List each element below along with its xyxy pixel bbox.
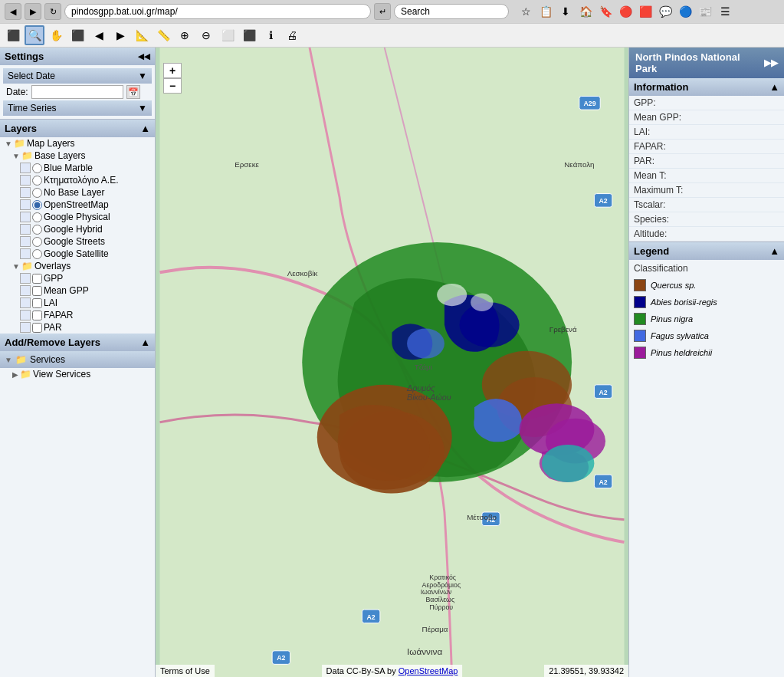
bookmark-star-icon[interactable]: ☆ — [518, 4, 533, 19]
addon-icon3[interactable]: 💬 — [658, 4, 673, 19]
legend-label-pinus-heldreichii: Pinus heldreichii — [651, 348, 712, 357]
checkbox-par[interactable] — [32, 323, 42, 333]
addon-icon4[interactable]: 🔵 — [677, 4, 693, 19]
view-services-item[interactable]: ▶ 📁 View Services — [0, 368, 155, 380]
back-button[interactable]: ◀ — [5, 3, 21, 20]
tool-zoom-extent[interactable]: ⬜ — [218, 25, 238, 45]
info-arrow[interactable]: ▲ — [769, 81, 779, 93]
reload-button[interactable]: ↻ — [44, 3, 61, 20]
layers-arrow[interactable]: ▲ — [140, 123, 150, 134]
menu-icon[interactable]: ☰ — [717, 4, 733, 19]
bookmark-icon[interactable]: 🔖 — [598, 4, 613, 19]
checkbox-fapar[interactable] — [32, 311, 42, 320]
tool-pan[interactable]: ✋ — [46, 25, 66, 45]
tool-info[interactable]: ℹ — [261, 25, 280, 45]
zoom-out-button[interactable]: − — [163, 78, 182, 94]
svg-text:Αεροδρόμιος: Αεροδρόμιος — [422, 581, 461, 589]
layers-scroll[interactable]: ▼ 📁 Map Layers ▼ 📁 Base Layers Blue Marb… — [0, 137, 155, 334]
legend-header[interactable]: Legend ▲ — [629, 242, 784, 260]
addon-icon5[interactable]: 📰 — [697, 4, 713, 19]
tool-identify[interactable]: ⬛ — [67, 25, 87, 45]
terms-link[interactable]: Terms of Use — [156, 665, 215, 677]
info-row-mean-gpp: Mean GPP: — [629, 110, 784, 125]
layer-lai-label: LAI — [44, 297, 57, 308]
select-date-bar[interactable]: Select Date ▼ — [3, 68, 152, 84]
layer-google-satellite[interactable]: Google Satellite — [0, 248, 155, 260]
tool-forward[interactable]: ▶ — [110, 25, 130, 45]
date-picker-button[interactable]: 📅 — [126, 85, 140, 99]
info-row-gpp: GPP: — [629, 96, 784, 110]
tool-navigate[interactable]: ⬛ — [3, 25, 23, 45]
date-input[interactable] — [31, 85, 123, 99]
addon-icon1[interactable]: 🔴 — [618, 4, 633, 19]
services-expand[interactable]: ▼ — [5, 356, 12, 364]
addon-icon2[interactable]: 🟥 — [638, 4, 653, 19]
tool-zoom-box[interactable]: 🔍 — [25, 25, 44, 45]
layer-ktima[interactable]: Κτηματολόγιο Α.Ε. — [0, 174, 155, 186]
radio-google-satellite[interactable] — [32, 249, 42, 259]
radio-google-physical[interactable] — [32, 212, 42, 222]
map-layers-expand[interactable]: ▼ — [5, 140, 12, 148]
tool-measure-area[interactable]: 📏 — [153, 25, 173, 45]
checkbox-mean-gpp[interactable] — [32, 286, 42, 296]
url-bar[interactable] — [64, 4, 371, 19]
tool-measure-line[interactable]: 📐 — [132, 25, 152, 45]
search-input[interactable] — [394, 4, 509, 19]
layer-fapar[interactable]: FAPAR — [0, 309, 155, 321]
osm-link[interactable]: OpenStreetMap — [399, 666, 458, 675]
time-series-bar[interactable]: Time Series ▼ — [3, 100, 152, 116]
time-series-arrow[interactable]: ▼ — [138, 103, 147, 113]
settings-header[interactable]: Settings ◀◀ — [0, 48, 155, 65]
map-container[interactable]: A2 A2 A2 A2 A2 A2 A29 — [156, 48, 628, 677]
tool-print[interactable]: 🖨 — [282, 25, 302, 45]
tool-zoom-in[interactable]: ⊕ — [175, 25, 195, 45]
layer-google-physical[interactable]: Google Physical — [0, 211, 155, 223]
radio-google-streets[interactable] — [32, 237, 42, 247]
home-icon[interactable]: 🏠 — [578, 4, 593, 19]
layer-blue-marble[interactable]: Blue Marble — [0, 162, 155, 174]
layers-header[interactable]: Layers ▲ — [0, 120, 155, 137]
add-remove-header[interactable]: Add/Remove Layers ▲ — [0, 334, 155, 351]
radio-google-hybrid[interactable] — [32, 225, 42, 235]
forward-button[interactable]: ▶ — [25, 3, 41, 20]
base-layers-folder[interactable]: ▼ 📁 Base Layers — [0, 150, 155, 162]
settings-collapse-left[interactable]: ◀◀ — [138, 52, 150, 61]
layer-no-base[interactable]: No Base Layer — [0, 186, 155, 199]
tool-zoom-out[interactable]: ⊖ — [196, 25, 216, 45]
info-header[interactable]: Information ▲ — [629, 78, 784, 96]
svg-text:Γρεβενά: Γρεβενά — [549, 325, 577, 334]
layer-mean-gpp[interactable]: Mean GPP — [0, 284, 155, 297]
right-panel-expand[interactable]: ▶▶ — [764, 58, 778, 68]
layer-par-label: PAR — [44, 322, 62, 333]
zoom-in-button[interactable]: + — [163, 63, 182, 78]
select-date-arrow[interactable]: ▼ — [138, 71, 147, 81]
checkbox-gpp[interactable] — [32, 274, 42, 284]
overlays-expand[interactable]: ▼ — [12, 262, 20, 271]
base-layers-expand[interactable]: ▼ — [12, 152, 20, 160]
view-services-expand[interactable]: ▶ — [12, 370, 18, 379]
overlays-folder[interactable]: ▼ 📁 Overlays — [0, 260, 155, 272]
layer-gpp[interactable]: GPP — [0, 272, 155, 284]
legend-arrow[interactable]: ▲ — [769, 245, 779, 257]
layer-google-streets[interactable]: Google Streets — [0, 235, 155, 248]
tool-zoom-layer[interactable]: ⬛ — [239, 25, 259, 45]
radio-ktima[interactable] — [32, 176, 42, 186]
radio-osm[interactable] — [32, 200, 42, 210]
history-icon[interactable]: 📋 — [538, 4, 553, 19]
svg-text:Βίκου-Αώου: Βίκου-Αώου — [407, 393, 451, 402]
radio-no-base[interactable] — [32, 188, 42, 198]
layer-par[interactable]: PAR — [0, 321, 155, 334]
download-icon[interactable]: ⬇ — [558, 4, 573, 19]
layer-google-hybrid[interactable]: Google Hybrid — [0, 223, 155, 235]
layer-osm[interactable]: OpenStreetMap — [0, 199, 155, 211]
go-button[interactable]: ↵ — [374, 3, 391, 20]
tool-back[interactable]: ◀ — [89, 25, 109, 45]
info-row-mean-t: Mean T: — [629, 169, 784, 183]
radio-blue-marble[interactable] — [32, 163, 42, 173]
map-layers-folder[interactable]: ▼ 📁 Map Layers — [0, 137, 155, 150]
add-remove-arrow[interactable]: ▲ — [140, 337, 150, 348]
services-header[interactable]: ▼ 📁 Services — [0, 351, 155, 368]
svg-text:Τζάμι: Τζάμι — [415, 363, 432, 371]
layer-lai[interactable]: LAI — [0, 297, 155, 309]
checkbox-lai[interactable] — [32, 298, 42, 308]
